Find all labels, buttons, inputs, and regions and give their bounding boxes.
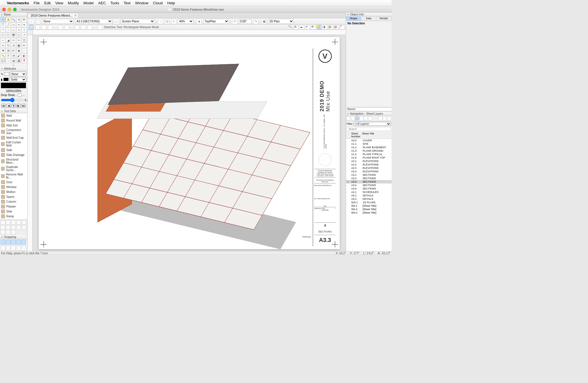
snapping-palette-header[interactable]: ✕Snapping — [0, 235, 27, 239]
nav-sheet-row[interactable]: A1.1SITE — [346, 142, 392, 146]
mode-rect-marquee[interactable] — [29, 25, 34, 30]
mode-freehand[interactable] — [48, 25, 52, 30]
callout-tool[interactable]: 💬 — [1, 58, 5, 63]
pause-button[interactable]: ⏸ — [11, 104, 16, 108]
paint-tool[interactable]: 🖌 — [16, 53, 21, 58]
nav-sheet-row[interactable]: A3.5SECTIONS — [346, 187, 392, 190]
gradient-tool[interactable]: ◐ — [22, 53, 27, 58]
nav-sheet-row[interactable]: A1.4PLANS TYPICAL — [346, 153, 392, 156]
nav-viewports-icon[interactable] — [360, 116, 364, 120]
zoom-tool[interactable]: 🔍 — [11, 17, 16, 22]
nav-sheet-row[interactable]: A1.5PLANS ROOF TOP — [346, 156, 392, 159]
attributes-palette-header[interactable]: ✕Attributes — [0, 67, 27, 71]
quick-search-icon[interactable]: 🔍 — [288, 25, 293, 30]
menu-aec[interactable]: AEC — [98, 1, 106, 5]
mode-opt1[interactable] — [58, 25, 63, 30]
prev-button[interactable]: ◀ — [6, 104, 11, 108]
canvas[interactable]: V 2019 DEMO Mix Use 7150 RIVERWOOD DRIVE… — [33, 35, 346, 251]
toolsets-palette-header[interactable]: ✕Tool Sets — [0, 109, 27, 113]
zoom-out-icon[interactable]: − — [158, 19, 163, 24]
mode-opt3[interactable] — [75, 25, 79, 30]
navigation-palette-header[interactable]: ✕Navigation - Sheet Layers — [346, 112, 392, 116]
rotate-tool[interactable]: ↻ — [6, 43, 11, 48]
clip-tool[interactable]: ◫ — [22, 38, 27, 43]
snap-working-plane[interactable] — [16, 246, 21, 251]
toolset-item[interactable]: Structural Mem... — [0, 157, 27, 165]
render-select[interactable]: 2D Plan — [268, 19, 294, 24]
close-icon[interactable] — [2, 8, 6, 11]
snap-intersect[interactable] — [16, 240, 21, 245]
nav-opt2-icon[interactable] — [383, 116, 387, 120]
tab-shape[interactable]: Shape — [346, 17, 361, 21]
polyline-tool[interactable]: ⌇ — [22, 28, 27, 32]
flyover-tool[interactable]: ⟲ — [16, 17, 21, 22]
ellipse-tool[interactable]: ⬭ — [11, 28, 16, 32]
plane-icon[interactable]: ▱ — [114, 19, 119, 24]
document-tab[interactable]: 2019 Demo Features-Mixed... ✕ — [28, 13, 79, 18]
mirror-tool[interactable]: ⇔ — [1, 43, 5, 48]
furniture-set[interactable] — [11, 220, 16, 225]
number-stamp-tool[interactable]: # — [6, 53, 11, 58]
spiral-tool[interactable]: ➰ — [11, 33, 16, 38]
image-tool[interactable]: 🖼 — [16, 58, 21, 63]
nav-sheet-row[interactable]: A2.3ELEVATIONS — [346, 166, 392, 170]
toolset-item[interactable]: Door — [0, 180, 27, 185]
home-view-icon[interactable]: ⌂ — [29, 19, 34, 24]
reshape-tool[interactable]: ↗ — [22, 33, 27, 38]
toolset-item[interactable]: Wall End Cap — [0, 135, 27, 140]
offset-tool[interactable]: ⇉ — [11, 43, 16, 48]
landscape-set[interactable] — [6, 225, 10, 230]
eyedropper-tool[interactable]: ✒ — [22, 43, 27, 48]
mode-opt4[interactable] — [81, 25, 86, 30]
drop-shadow-settings[interactable]: ... — [22, 93, 25, 97]
toolset-item[interactable]: Space — [0, 194, 27, 199]
nav-opt3-icon[interactable] — [387, 116, 391, 120]
next-button[interactable]: ▶ — [16, 104, 21, 108]
quick-classes-icon[interactable]: ▥ — [334, 25, 339, 30]
pan-tool[interactable]: ✋ — [6, 17, 11, 22]
line-style-select[interactable]: None — [10, 72, 26, 76]
quick-layers-icon[interactable]: ▤ — [328, 25, 333, 30]
site-planning-set[interactable] — [6, 220, 10, 225]
nav-sheet-row[interactable]: A3.2SECTIONS — [346, 177, 392, 180]
regular-poly-tool[interactable]: ⬡ — [6, 33, 11, 38]
nav-sheet-row[interactable]: A1.2PLANS BASEMENT — [346, 146, 392, 149]
visibility-tool[interactable]: 👀 — [11, 48, 16, 53]
fillet-tool[interactable]: ⌐ — [1, 38, 5, 43]
spaceplan-set[interactable] — [11, 230, 16, 235]
app-name[interactable]: Vectorworks — [7, 1, 29, 5]
building-shell-set[interactable] — [1, 220, 5, 225]
menu-help[interactable]: Help — [167, 1, 175, 5]
move-tool[interactable]: ✥ — [1, 48, 5, 53]
hatch-tool[interactable]: ▤ — [11, 58, 16, 63]
nav-search-input[interactable] — [347, 127, 391, 131]
objectinfo-palette-header[interactable]: ✕Object Info — [346, 13, 392, 17]
rotate-ccw-icon[interactable]: ↶ — [232, 19, 237, 24]
toolset-item[interactable]: Window — [0, 185, 27, 189]
snap-distance[interactable] — [1, 246, 5, 251]
preview-swatch[interactable] — [1, 83, 26, 88]
align-tool[interactable]: ⊞ — [6, 48, 11, 53]
nav-opt1-icon[interactable] — [378, 116, 382, 120]
snap-3d[interactable] — [21, 246, 26, 251]
projection-select[interactable]: Top/Plan — [203, 19, 229, 24]
snap-grid[interactable] — [1, 240, 5, 245]
rounded-rect-tool[interactable]: ▢ — [16, 33, 21, 38]
menu-tools[interactable]: Tools — [110, 1, 119, 5]
tape-tool[interactable]: 📏 — [1, 53, 5, 58]
plane-select[interactable]: Screen Plane — [120, 19, 155, 24]
name-input[interactable] — [355, 108, 392, 111]
spotlight-set[interactable] — [11, 225, 16, 230]
drop-shadow-check[interactable] — [18, 93, 22, 97]
nav-design-layers-icon[interactable] — [351, 116, 355, 120]
nav-sheet-row[interactable]: ✓A3.3SECTIONS — [346, 180, 392, 183]
nav-sheet-row[interactable]: A2.4ELEVATIONS — [346, 170, 392, 173]
fill-style-select[interactable]: Solid — [9, 77, 26, 82]
mode-lasso[interactable] — [35, 25, 40, 30]
nav-sheet-row[interactable]: A5.2DETAILS — [346, 197, 392, 201]
trim-tool[interactable]: ✄ — [16, 38, 21, 43]
freehand-tool[interactable]: ∿ — [16, 28, 21, 32]
walls-set[interactable] — [1, 230, 5, 235]
menu-window[interactable]: Window — [135, 1, 148, 5]
pen-fg-swatch[interactable] — [4, 72, 9, 76]
